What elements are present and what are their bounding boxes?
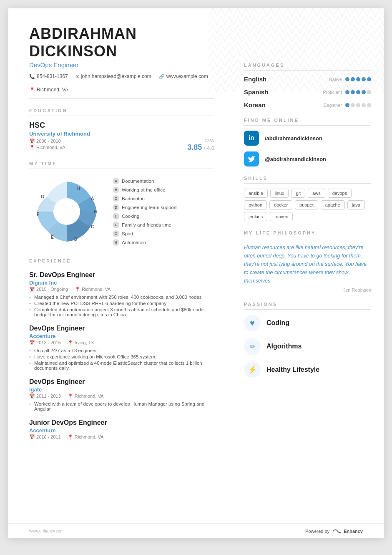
left-column: ABDIRAHMAN DICKINSON DevOps Engineer 📞 8… [8, 8, 229, 464]
job-2-bullets: On call 24/7 as a L3 engineer. Have expe… [29, 348, 214, 371]
lang-korean-name: Korean [244, 101, 266, 108]
legend-letter-h: H [113, 239, 119, 246]
svg-text:F: F [37, 212, 39, 217]
skill-linux: linux [270, 189, 289, 198]
education-section: HSC University of Richmond 📅 2006 - 2010… [29, 121, 214, 152]
time-legend: A Documentation B Working at the office … [113, 178, 177, 246]
dot-3 [356, 77, 360, 81]
job-2-title: DevOps Engineer [29, 325, 214, 332]
skill-puppet: puppet [295, 200, 318, 209]
skill-git: git [291, 189, 305, 198]
job-3-location: 📍 Richmond, VA [68, 394, 104, 399]
kdot-4 [362, 103, 366, 107]
legend-letter-a: A [113, 178, 119, 184]
dot-1 [345, 77, 349, 81]
algorithms-icon: ✏ [244, 338, 261, 355]
svg-text:H: H [77, 186, 80, 191]
sdot-2 [351, 90, 355, 94]
skill-devops: devops [328, 189, 352, 198]
algorithms-label: Algorithms [266, 343, 302, 350]
edu-years: 📅 2006 - 2010 [29, 139, 65, 144]
legend-label-f: Family and friends time [122, 222, 171, 227]
linkedin-item[interactable]: in /abdirahmandickinson [244, 131, 371, 146]
job-2-years: 📅 2013 - 2015 [29, 340, 61, 346]
passion-algorithms: ✏ Algorithms [244, 338, 371, 355]
find-online-section: in /abdirahmandickinson @abdirahmandicki… [244, 131, 371, 166]
edu-location: 📍 Richmond, VA [29, 145, 65, 150]
phone-number: 854-831-1367 [37, 73, 68, 79]
education-section-title: EDUCATION [29, 108, 214, 116]
gpa-label: GPA [187, 139, 214, 143]
email-icon: ✉ [75, 74, 79, 79]
languages-section: English Native Spanish [244, 76, 371, 108]
gpa-max: / 4.0 [204, 145, 214, 151]
gpa-value: 3.85 [187, 143, 202, 151]
job-1-title: Sr. DevOps Engineer [29, 271, 214, 279]
job-1-bullet-2: Created the new PCI-DSS RHEL 6 hardening… [29, 301, 214, 306]
languages-section-title: LANGUAGES [244, 63, 371, 71]
job-4-location: 📍 Richmond, VA [68, 434, 104, 440]
job-1-years: 📅 2015 - Ongoing [29, 287, 68, 292]
skill-java: java [347, 200, 365, 209]
lang-korean-right: Beginner [324, 103, 371, 108]
kdot-1 [345, 103, 349, 107]
edu-location-icon: 📍 [29, 145, 35, 150]
twitter-item[interactable]: @abdirahmandickinson [244, 151, 371, 166]
language-spanish: Spanish Proficient [244, 88, 371, 96]
job-1-meta: 📅 2015 - Ongoing 📍 Richmond, VA [29, 287, 214, 292]
coding-icon: ♥ [244, 315, 261, 331]
lang-spanish-name: Spanish [244, 88, 268, 96]
calendar-icon: 📅 [29, 139, 35, 144]
twitter-handle: @abdirahmandickinson [265, 156, 326, 162]
coding-label: Coding [266, 319, 289, 327]
job-2-bullet-2: Have experience working on Microsoft Off… [29, 354, 214, 359]
job-2-meta: 📅 2013 - 2015 📍 Irving, TX [29, 340, 214, 346]
legend-item-g: G Sport [113, 230, 177, 237]
edu-degree: HSC [29, 121, 214, 130]
passion-coding: ♥ Coding [244, 315, 371, 331]
job-1-bullet-3: Completed data automation project 3 mont… [29, 307, 214, 317]
legend-letter-c: C [113, 195, 119, 202]
email-address: john.hempstead@example.com [81, 73, 151, 79]
skills-section: ansible linux git aws devops python dock… [244, 189, 371, 221]
skill-jenkins: jenkins [244, 212, 267, 221]
lang-spanish-right: Proficient [323, 90, 371, 95]
right-column: LANGUAGES English Native [229, 8, 384, 464]
job-4: Junior DevOps Engineer Accenture 📅 2010 … [29, 419, 214, 440]
dot-4 [362, 77, 366, 81]
job-3: DevOps Engineer Igate 📅 2011 - 2013 📍 Ri… [29, 378, 214, 411]
website-icon: 🔗 [159, 74, 165, 79]
website-contact: 🔗 www.example.com [159, 73, 208, 79]
kdot-2 [351, 103, 355, 107]
experience-section-title: EXPERIENCE [29, 258, 214, 266]
svg-text:G: G [41, 194, 44, 199]
job-3-title: DevOps Engineer [29, 378, 214, 386]
sdot-5 [367, 90, 371, 94]
footer-website: www.enhancv.com [29, 529, 64, 533]
sdot-1 [345, 90, 349, 94]
job-1-bullets: Managed a Chef environment with 250 role… [29, 295, 214, 317]
dot-5 [367, 77, 371, 81]
legend-item-d: D Engineering team support [113, 204, 177, 211]
legend-item-b: B Working at the office [113, 187, 177, 193]
skill-aws: aws [308, 189, 325, 198]
language-korean: Korean Beginner [244, 101, 371, 108]
job-3-bullets: Worked with a team of developers to deve… [29, 401, 214, 411]
legend-label-e: Cooking [122, 214, 139, 219]
skill-docker: docker [269, 200, 292, 209]
phone-contact: 📞 854-831-1367 [29, 73, 68, 79]
svg-point-1 [53, 198, 80, 225]
twitter-icon [244, 151, 259, 166]
legend-letter-b: B [113, 187, 119, 193]
legend-item-e: E Cooking [113, 213, 177, 219]
job-2-bullet-1: On call 24/7 as a L3 engineer. [29, 348, 214, 353]
legend-item-c: C Badminton [113, 195, 177, 202]
phone-icon: 📞 [29, 74, 35, 79]
location-contact: 📍 Richmond, VA [29, 87, 68, 93]
dot-2 [351, 77, 355, 81]
website-url: www.example.com [166, 73, 208, 79]
job-4-company: Accenture [29, 427, 214, 434]
skill-ansible: ansible [244, 189, 268, 198]
lang-korean-level: Beginner [324, 103, 342, 108]
enhancv-symbol [332, 527, 341, 535]
